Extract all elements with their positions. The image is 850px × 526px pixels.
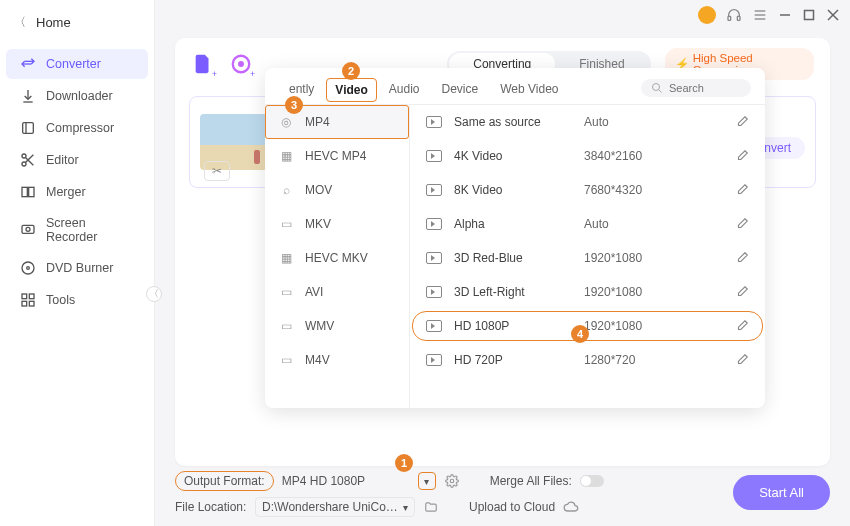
sidebar-nav: Converter Downloader Compressor Editor M… (0, 49, 154, 315)
add-disc-button[interactable]: + (229, 51, 253, 77)
film-icon: ▦ (277, 149, 295, 163)
edit-icon[interactable] (735, 183, 749, 197)
preset-list[interactable]: Same as sourceAuto 4K Video3840*2160 8K … (410, 105, 765, 408)
merge-label: Merge All Files: (490, 474, 572, 488)
file-location-label: File Location: (175, 500, 247, 514)
video-icon (426, 218, 442, 230)
format-search[interactable] (641, 79, 751, 97)
headset-icon[interactable] (726, 7, 742, 23)
preset-3d-red-blue[interactable]: 3D Red-Blue1920*1080 (410, 241, 765, 275)
sidebar-item-dvd-burner[interactable]: DVD Burner (6, 253, 148, 283)
tab-audio[interactable]: Audio (379, 76, 430, 104)
preset-3d-left-right[interactable]: 3D Left-Right1920*1080 (410, 275, 765, 309)
bottom-bar: 1 Output Format: MP4 HD 1080P ▾ Merge Al… (175, 468, 830, 520)
edit-icon[interactable] (735, 353, 749, 367)
disc-icon (20, 260, 36, 276)
svg-rect-20 (22, 294, 27, 299)
format-popup: ently Video Audio Device Web Video ◎MP4 … (265, 68, 765, 408)
edit-icon[interactable] (735, 319, 749, 333)
plus-icon: + (250, 69, 255, 79)
tab-web-video[interactable]: Web Video (490, 76, 568, 104)
start-all-button[interactable]: Start All (733, 475, 830, 510)
format-list[interactable]: ◎MP4 ▦HEVC MP4 ⌕MOV ▭MKV ▦HEVC MKV ▭AVI … (265, 105, 410, 408)
sidebar-item-label: Editor (46, 153, 79, 167)
maximize-button[interactable] (802, 8, 816, 22)
close-button[interactable] (826, 8, 840, 22)
film-icon: ▭ (277, 353, 295, 367)
video-icon (426, 150, 442, 162)
sidebar-item-compressor[interactable]: Compressor (6, 113, 148, 143)
film-icon: ▭ (277, 217, 295, 231)
upload-cloud-label: Upload to Cloud (469, 500, 555, 514)
svg-rect-23 (29, 301, 34, 306)
annotation-badge-1: 1 (395, 454, 413, 472)
content-card: + + Converting Finished ⚡ High Speed Con… (175, 38, 830, 466)
edit-icon[interactable] (735, 285, 749, 299)
add-file-button[interactable]: + (191, 51, 215, 77)
sidebar-item-label: Screen Recorder (46, 216, 134, 244)
edit-icon[interactable] (735, 115, 749, 129)
format-m4v[interactable]: ▭M4V (265, 343, 409, 377)
preset-alpha[interactable]: AlphaAuto (410, 207, 765, 241)
sidebar-item-label: Compressor (46, 121, 114, 135)
tab-video[interactable]: Video (326, 78, 376, 102)
search-icon (651, 82, 663, 94)
preset-hd-720p[interactable]: HD 720P1280*720 (410, 343, 765, 377)
merge-toggle[interactable] (580, 475, 604, 487)
cloud-icon[interactable] (563, 499, 579, 515)
merge-icon (20, 184, 36, 200)
download-icon (20, 88, 36, 104)
search-input[interactable] (669, 82, 739, 94)
format-avi[interactable]: ▭AVI (265, 275, 409, 309)
film-icon: ▦ (277, 251, 295, 265)
trim-button[interactable]: ✂ (204, 161, 230, 181)
sidebar-item-label: DVD Burner (46, 261, 113, 275)
sidebar-item-converter[interactable]: Converter (6, 49, 148, 79)
output-format-dropdown[interactable]: ▾ (418, 472, 436, 490)
annotation-badge-4: 4 (571, 325, 589, 343)
gear-icon[interactable] (444, 474, 460, 488)
folder-icon[interactable] (423, 500, 439, 514)
svg-rect-1 (737, 16, 740, 20)
home-button[interactable]: 〈 Home (0, 6, 154, 39)
svg-point-10 (22, 154, 26, 158)
edit-icon[interactable] (735, 251, 749, 265)
edit-icon[interactable] (735, 217, 749, 231)
preset-same-as-source[interactable]: Same as sourceAuto (410, 105, 765, 139)
video-icon (426, 286, 442, 298)
svg-rect-14 (22, 187, 27, 196)
format-hevc-mp4[interactable]: ▦HEVC MP4 (265, 139, 409, 173)
minimize-button[interactable] (778, 8, 792, 22)
file-location-value[interactable]: D:\Wondershare UniConverter 1 ▾ (255, 497, 415, 517)
sidebar-item-screen-recorder[interactable]: Screen Recorder (6, 209, 148, 251)
tab-device[interactable]: Device (432, 76, 489, 104)
plus-icon: + (212, 69, 217, 79)
preset-4k[interactable]: 4K Video3840*2160 (410, 139, 765, 173)
svg-point-26 (653, 84, 660, 91)
avatar[interactable] (698, 6, 716, 24)
format-mkv[interactable]: ▭MKV (265, 207, 409, 241)
format-wmv[interactable]: ▭WMV (265, 309, 409, 343)
video-icon (426, 354, 442, 366)
sidebar-item-editor[interactable]: Editor (6, 145, 148, 175)
video-icon (426, 184, 442, 196)
annotation-badge-3: 3 (285, 96, 303, 114)
svg-point-25 (239, 62, 243, 66)
svg-point-17 (26, 227, 30, 231)
preset-8k[interactable]: 8K Video7680*4320 (410, 173, 765, 207)
sidebar-item-tools[interactable]: Tools (6, 285, 148, 315)
main: + + Converting Finished ⚡ High Speed Con… (155, 30, 850, 526)
edit-icon[interactable] (735, 149, 749, 163)
output-format-value: MP4 HD 1080P (282, 474, 410, 488)
menu-icon[interactable] (752, 7, 768, 23)
format-hevc-mkv[interactable]: ▦HEVC MKV (265, 241, 409, 275)
svg-rect-21 (29, 294, 34, 299)
svg-point-18 (22, 262, 34, 274)
svg-rect-0 (728, 16, 731, 20)
svg-rect-22 (22, 301, 27, 306)
sidebar-item-merger[interactable]: Merger (6, 177, 148, 207)
sidebar-item-downloader[interactable]: Downloader (6, 81, 148, 111)
format-mov[interactable]: ⌕MOV (265, 173, 409, 207)
compress-icon (20, 120, 36, 136)
home-label: Home (36, 15, 71, 30)
